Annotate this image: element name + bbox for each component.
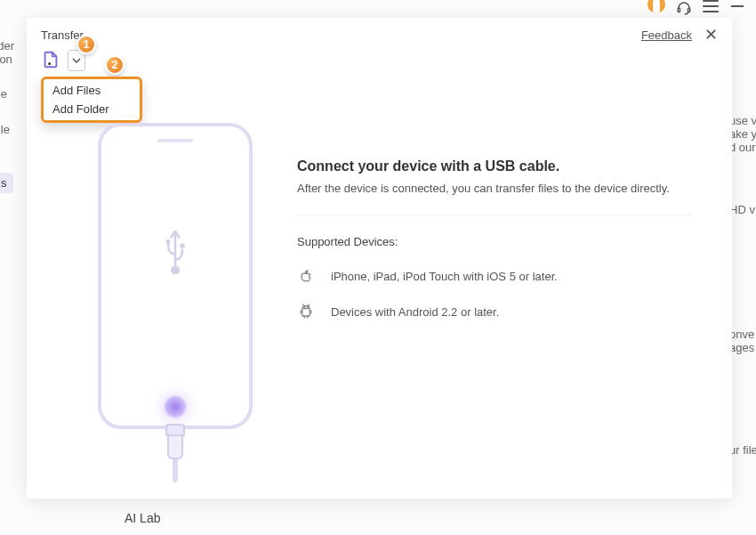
apple-device-text: iPhone, iPad, iPod Touch with iOS 5 or l… bbox=[331, 270, 558, 283]
background-left-fragments: nder Con me File ls bbox=[0, 0, 27, 535]
feedback-link[interactable]: Feedback bbox=[641, 28, 692, 42]
close-icon[interactable]: ✕ bbox=[704, 27, 718, 43]
supported-device-row-apple: iPhone, iPad, iPod Touch with iOS 5 or l… bbox=[297, 266, 691, 286]
dropdown-item-add-files[interactable]: Add Files bbox=[44, 81, 140, 100]
hamburger-menu-icon[interactable] bbox=[703, 0, 719, 12]
connect-subline: After the device is connected, you can t… bbox=[297, 182, 691, 195]
apple-icon bbox=[297, 266, 315, 286]
transfer-modal: Transfer Feedback ✕ 1 2 Add Files Add Fo… bbox=[27, 18, 732, 499]
supported-devices-label: Supported Devices: bbox=[297, 235, 691, 248]
supported-device-row-android: Devices with Android 2.2 or later. bbox=[297, 302, 691, 321]
modal-toolbar: 1 2 Add Files Add Folder bbox=[41, 50, 718, 71]
step-badge-2: 2 bbox=[105, 55, 125, 75]
divider bbox=[297, 215, 691, 215]
android-icon bbox=[297, 302, 315, 321]
svg-rect-1 bbox=[688, 8, 690, 12]
svg-rect-5 bbox=[302, 309, 310, 316]
phone-home-button-icon bbox=[164, 395, 187, 418]
background-right-fragments: use v ake y d our HD v onve ages ur file bbox=[729, 0, 756, 535]
svg-point-6 bbox=[304, 307, 305, 308]
add-file-icon[interactable] bbox=[41, 50, 62, 71]
add-dropdown-menu: Add Files Add Folder bbox=[41, 77, 142, 123]
usb-symbol-icon bbox=[157, 224, 194, 280]
modal-main-area: Connect your device with a USB cable. Af… bbox=[41, 123, 718, 429]
modal-header: Transfer Feedback ✕ bbox=[41, 25, 718, 45]
dropdown-item-add-folder[interactable]: Add Folder bbox=[44, 100, 140, 118]
svg-rect-4 bbox=[181, 244, 185, 248]
svg-point-7 bbox=[307, 307, 308, 308]
svg-point-3 bbox=[166, 239, 171, 244]
app-topbar bbox=[647, 0, 756, 16]
background-bottom-label[interactable]: AI Lab bbox=[125, 511, 160, 525]
svg-rect-0 bbox=[678, 8, 680, 12]
user-avatar-icon[interactable] bbox=[647, 0, 665, 13]
step-badge-1: 1 bbox=[76, 35, 96, 54]
content-column: Connect your device with a USB cable. Af… bbox=[297, 123, 718, 429]
usb-cable-icon bbox=[165, 424, 186, 482]
connect-headline: Connect your device with a USB cable. bbox=[297, 158, 691, 174]
phone-illustration bbox=[98, 123, 253, 429]
phone-speaker-icon bbox=[157, 139, 193, 142]
minimize-icon[interactable] bbox=[729, 0, 745, 12]
support-headset-icon[interactable] bbox=[676, 0, 692, 16]
android-device-text: Devices with Android 2.2 or later. bbox=[331, 305, 499, 319]
